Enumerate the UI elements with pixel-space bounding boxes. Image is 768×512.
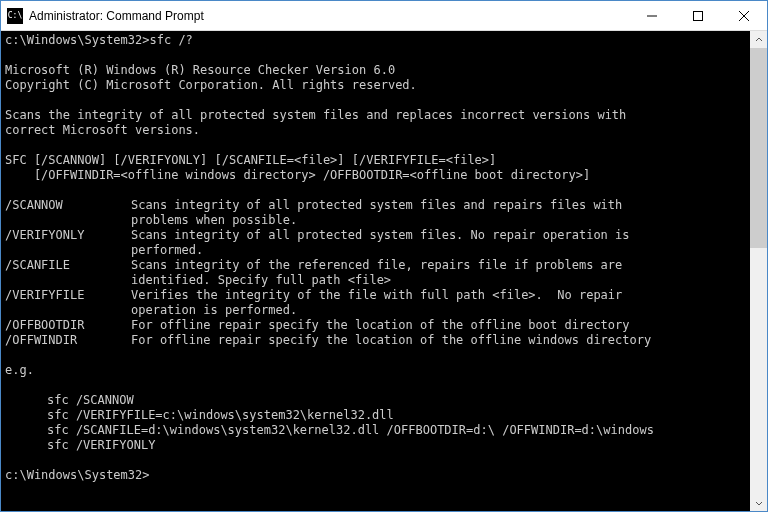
client-area: c:\Windows\System32>sfc /? Microsoft (R)… xyxy=(1,31,767,511)
option-name: /OFFBOOTDIR xyxy=(5,318,131,333)
usage-line: [/OFFWINDIR=<offline windows directory> … xyxy=(5,168,590,182)
scroll-up-button[interactable] xyxy=(750,31,767,48)
option-desc: Verifies the integrity of the file with … xyxy=(131,288,750,318)
maximize-button[interactable] xyxy=(675,1,721,30)
maximize-icon xyxy=(693,11,703,21)
copyright-line: Copyright (C) Microsoft Corporation. All… xyxy=(5,78,417,92)
usage-line: SFC [/SCANNOW] [/VERIFYONLY] [/SCANFILE=… xyxy=(5,153,496,167)
close-button[interactable] xyxy=(721,1,767,30)
option-desc: For offline repair specify the location … xyxy=(131,318,750,333)
option-name: /SCANFILE xyxy=(5,258,131,288)
vertical-scrollbar[interactable] xyxy=(750,31,767,511)
option-row: /SCANNOWScans integrity of all protected… xyxy=(5,198,750,228)
option-row: /OFFBOOTDIRFor offline repair specify th… xyxy=(5,318,750,333)
window-title: Administrator: Command Prompt xyxy=(29,9,204,23)
description-line: correct Microsoft versions. xyxy=(5,123,200,137)
example-line: sfc /SCANFILE=d:\windows\system32\kernel… xyxy=(5,423,750,438)
chevron-down-icon xyxy=(755,499,763,507)
example-line: sfc /VERIFYFILE=c:\windows\system32\kern… xyxy=(5,408,750,423)
example-line: sfc /SCANNOW xyxy=(5,393,750,408)
option-name: /VERIFYONLY xyxy=(5,228,131,258)
titlebar[interactable]: C:\ Administrator: Command Prompt xyxy=(1,1,767,31)
minimize-icon xyxy=(647,11,657,21)
example-line: sfc /VERIFYONLY xyxy=(5,438,750,453)
option-name: /OFFWINDIR xyxy=(5,333,131,348)
svg-rect-1 xyxy=(694,11,703,20)
scroll-down-button[interactable] xyxy=(750,494,767,511)
option-desc: Scans integrity of all protected system … xyxy=(131,228,750,258)
description-line: Scans the integrity of all protected sys… xyxy=(5,108,626,122)
option-desc: Scans integrity of all protected system … xyxy=(131,198,750,228)
program-header: Microsoft (R) Windows (R) Resource Check… xyxy=(5,63,395,77)
window-controls xyxy=(629,1,767,30)
prompt-line: c:\Windows\System32>sfc /? xyxy=(5,33,193,47)
prompt-line: c:\Windows\System32> xyxy=(5,468,150,482)
close-icon xyxy=(739,11,749,21)
scroll-thumb[interactable] xyxy=(750,48,767,248)
cmd-window: C:\ Administrator: Command Prompt c:\Win… xyxy=(0,0,768,512)
chevron-up-icon xyxy=(755,36,763,44)
app-icon: C:\ xyxy=(7,8,23,24)
option-desc: For offline repair specify the location … xyxy=(131,333,750,348)
terminal-output[interactable]: c:\Windows\System32>sfc /? Microsoft (R)… xyxy=(1,31,750,511)
option-row: /VERIFYONLYScans integrity of all protec… xyxy=(5,228,750,258)
examples-header: e.g. xyxy=(5,363,34,377)
option-row: /SCANFILEScans integrity of the referenc… xyxy=(5,258,750,288)
option-name: /SCANNOW xyxy=(5,198,131,228)
minimize-button[interactable] xyxy=(629,1,675,30)
option-name: /VERIFYFILE xyxy=(5,288,131,318)
option-desc: Scans integrity of the referenced file, … xyxy=(131,258,750,288)
option-row: /OFFWINDIRFor offline repair specify the… xyxy=(5,333,750,348)
option-row: /VERIFYFILEVerifies the integrity of the… xyxy=(5,288,750,318)
